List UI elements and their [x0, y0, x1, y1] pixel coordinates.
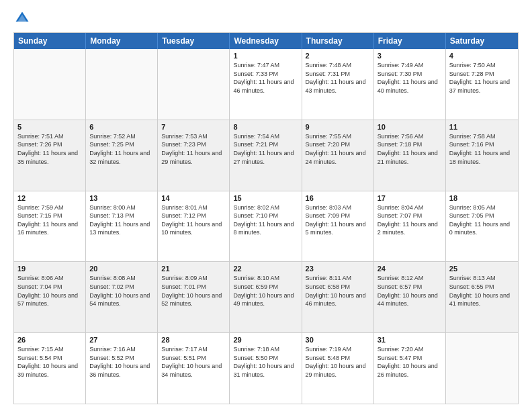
day-number: 17 — [378, 194, 442, 202]
calendar-cell: 25Sunrise: 8:13 AM Sunset: 6:55 PM Dayli… — [446, 262, 518, 332]
day-number: 29 — [233, 336, 298, 344]
day-number: 4 — [449, 52, 515, 60]
day-number: 19 — [17, 265, 82, 273]
calendar-cell: 29Sunrise: 7:18 AM Sunset: 5:50 PM Dayli… — [230, 333, 302, 404]
calendar-cell: 10Sunrise: 7:56 AM Sunset: 7:18 PM Dayli… — [374, 120, 446, 191]
calendar-cell: 22Sunrise: 8:10 AM Sunset: 6:59 PM Dayli… — [230, 262, 302, 332]
calendar-cell: 12Sunrise: 7:59 AM Sunset: 7:15 PM Dayli… — [14, 191, 86, 262]
calendar-cell: 5Sunrise: 7:51 AM Sunset: 7:26 PM Daylig… — [14, 120, 86, 191]
calendar-cell: 15Sunrise: 8:02 AM Sunset: 7:10 PM Dayli… — [230, 191, 302, 262]
day-info: Sunrise: 8:08 AM Sunset: 7:02 PM Dayligh… — [89, 274, 154, 308]
day-info: Sunrise: 8:00 AM Sunset: 7:13 PM Dayligh… — [89, 203, 154, 237]
calendar-cell — [446, 333, 518, 404]
calendar-cell: 3Sunrise: 7:49 AM Sunset: 7:30 PM Daylig… — [374, 49, 446, 120]
calendar-row-4: 26Sunrise: 7:15 AM Sunset: 5:54 PM Dayli… — [14, 333, 518, 404]
calendar-cell: 8Sunrise: 7:54 AM Sunset: 7:21 PM Daylig… — [230, 120, 302, 191]
calendar-cell: 28Sunrise: 7:17 AM Sunset: 5:51 PM Dayli… — [158, 333, 230, 404]
logo — [13, 11, 32, 26]
calendar-cell — [86, 49, 158, 120]
day-number: 14 — [161, 194, 226, 202]
calendar-cell: 17Sunrise: 8:04 AM Sunset: 7:07 PM Dayli… — [374, 191, 446, 262]
calendar-row-1: 5Sunrise: 7:51 AM Sunset: 7:26 PM Daylig… — [14, 120, 518, 191]
day-info: Sunrise: 7:16 AM Sunset: 5:52 PM Dayligh… — [89, 345, 154, 379]
day-number: 8 — [233, 123, 298, 131]
calendar-cell: 14Sunrise: 8:01 AM Sunset: 7:12 PM Dayli… — [158, 191, 230, 262]
calendar-cell: 26Sunrise: 7:15 AM Sunset: 5:54 PM Dayli… — [14, 333, 86, 404]
day-info: Sunrise: 8:05 AM Sunset: 7:05 PM Dayligh… — [449, 203, 515, 237]
day-number: 27 — [89, 336, 154, 344]
calendar-row-2: 12Sunrise: 7:59 AM Sunset: 7:15 PM Dayli… — [14, 191, 518, 263]
calendar-cell: 31Sunrise: 7:20 AM Sunset: 5:47 PM Dayli… — [374, 333, 446, 404]
day-info: Sunrise: 7:15 AM Sunset: 5:54 PM Dayligh… — [17, 345, 82, 379]
day-info: Sunrise: 7:47 AM Sunset: 7:33 PM Dayligh… — [233, 61, 298, 95]
day-number: 11 — [449, 123, 515, 131]
day-number: 3 — [378, 52, 442, 60]
day-number: 23 — [306, 265, 370, 273]
calendar-cell: 11Sunrise: 7:58 AM Sunset: 7:16 PM Dayli… — [446, 120, 518, 191]
day-number: 6 — [89, 123, 154, 131]
day-info: Sunrise: 7:56 AM Sunset: 7:18 PM Dayligh… — [378, 132, 442, 166]
calendar-cell: 20Sunrise: 8:08 AM Sunset: 7:02 PM Dayli… — [86, 262, 158, 332]
day-info: Sunrise: 8:12 AM Sunset: 6:57 PM Dayligh… — [378, 274, 442, 308]
day-info: Sunrise: 7:20 AM Sunset: 5:47 PM Dayligh… — [378, 345, 442, 379]
calendar-row-3: 19Sunrise: 8:06 AM Sunset: 7:04 PM Dayli… — [14, 262, 518, 333]
calendar-cell — [158, 49, 230, 120]
logo-icon — [15, 11, 30, 26]
day-info: Sunrise: 8:10 AM Sunset: 6:59 PM Dayligh… — [233, 274, 298, 308]
weekday-header-tuesday: Tuesday — [158, 33, 230, 49]
calendar-cell: 21Sunrise: 8:09 AM Sunset: 7:01 PM Dayli… — [158, 262, 230, 332]
weekday-header-monday: Monday — [86, 33, 158, 49]
calendar-cell: 7Sunrise: 7:53 AM Sunset: 7:23 PM Daylig… — [158, 120, 230, 191]
day-info: Sunrise: 7:52 AM Sunset: 7:25 PM Dayligh… — [89, 132, 154, 166]
calendar-cell: 2Sunrise: 7:48 AM Sunset: 7:31 PM Daylig… — [302, 49, 374, 120]
day-number: 28 — [161, 336, 226, 344]
day-info: Sunrise: 8:03 AM Sunset: 7:09 PM Dayligh… — [306, 203, 370, 237]
day-info: Sunrise: 7:19 AM Sunset: 5:48 PM Dayligh… — [306, 345, 370, 379]
day-number: 25 — [449, 265, 515, 273]
calendar-cell: 1Sunrise: 7:47 AM Sunset: 7:33 PM Daylig… — [230, 49, 302, 120]
calendar-cell: 24Sunrise: 8:12 AM Sunset: 6:57 PM Dayli… — [374, 262, 446, 332]
day-info: Sunrise: 8:02 AM Sunset: 7:10 PM Dayligh… — [233, 203, 298, 237]
day-number: 22 — [233, 265, 298, 273]
day-info: Sunrise: 8:11 AM Sunset: 6:58 PM Dayligh… — [306, 274, 370, 308]
day-number: 12 — [17, 194, 82, 202]
day-number: 21 — [161, 265, 226, 273]
day-number: 13 — [89, 194, 154, 202]
day-info: Sunrise: 7:18 AM Sunset: 5:50 PM Dayligh… — [233, 345, 298, 379]
day-number: 2 — [306, 52, 370, 60]
day-info: Sunrise: 7:50 AM Sunset: 7:28 PM Dayligh… — [449, 61, 515, 95]
calendar-cell: 30Sunrise: 7:19 AM Sunset: 5:48 PM Dayli… — [302, 333, 374, 404]
day-number: 24 — [378, 265, 442, 273]
day-number: 16 — [306, 194, 370, 202]
weekday-header-sunday: Sunday — [14, 33, 86, 49]
calendar-cell: 13Sunrise: 8:00 AM Sunset: 7:13 PM Dayli… — [86, 191, 158, 262]
day-info: Sunrise: 7:58 AM Sunset: 7:16 PM Dayligh… — [449, 132, 515, 166]
calendar-row-0: 1Sunrise: 7:47 AM Sunset: 7:33 PM Daylig… — [14, 49, 518, 120]
day-number: 1 — [233, 52, 298, 60]
day-number: 9 — [306, 123, 370, 131]
day-info: Sunrise: 7:51 AM Sunset: 7:26 PM Dayligh… — [17, 132, 82, 166]
calendar-cell: 18Sunrise: 8:05 AM Sunset: 7:05 PM Dayli… — [446, 191, 518, 262]
weekday-header-wednesday: Wednesday — [230, 33, 302, 49]
calendar-cell: 4Sunrise: 7:50 AM Sunset: 7:28 PM Daylig… — [446, 49, 518, 120]
day-info: Sunrise: 7:55 AM Sunset: 7:20 PM Dayligh… — [306, 132, 370, 166]
day-info: Sunrise: 7:49 AM Sunset: 7:30 PM Dayligh… — [378, 61, 442, 95]
calendar-cell: 6Sunrise: 7:52 AM Sunset: 7:25 PM Daylig… — [86, 120, 158, 191]
day-info: Sunrise: 7:59 AM Sunset: 7:15 PM Dayligh… — [17, 203, 82, 237]
day-info: Sunrise: 8:04 AM Sunset: 7:07 PM Dayligh… — [378, 203, 442, 237]
calendar-cell: 27Sunrise: 7:16 AM Sunset: 5:52 PM Dayli… — [86, 333, 158, 404]
calendar-cell: 16Sunrise: 8:03 AM Sunset: 7:09 PM Dayli… — [302, 191, 374, 262]
day-info: Sunrise: 8:01 AM Sunset: 7:12 PM Dayligh… — [161, 203, 226, 237]
weekday-header-friday: Friday — [374, 33, 446, 49]
weekday-header-thursday: Thursday — [302, 33, 374, 49]
calendar-header-row: SundayMondayTuesdayWednesdayThursdayFrid… — [14, 33, 518, 49]
calendar-cell: 9Sunrise: 7:55 AM Sunset: 7:20 PM Daylig… — [302, 120, 374, 191]
day-info: Sunrise: 7:17 AM Sunset: 5:51 PM Dayligh… — [161, 345, 226, 379]
day-info: Sunrise: 8:13 AM Sunset: 6:55 PM Dayligh… — [449, 274, 515, 308]
calendar: SundayMondayTuesdayWednesdayThursdayFrid… — [13, 32, 519, 404]
weekday-header-saturday: Saturday — [446, 33, 518, 49]
day-number: 26 — [17, 336, 82, 344]
day-number: 18 — [449, 194, 515, 202]
day-number: 31 — [378, 336, 442, 344]
calendar-body: 1Sunrise: 7:47 AM Sunset: 7:33 PM Daylig… — [14, 49, 518, 404]
